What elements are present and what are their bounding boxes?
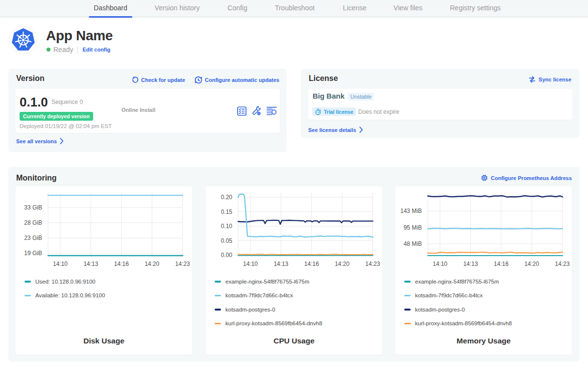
svg-text:0.10: 0.10 (221, 223, 233, 230)
svg-text:14:13: 14:13 (463, 261, 478, 267)
svg-text:0.00: 0.00 (221, 252, 233, 259)
svg-text:14:13: 14:13 (273, 261, 288, 267)
svg-text:14:16: 14:16 (114, 261, 129, 267)
svg-text:14:10: 14:10 (53, 261, 68, 267)
svg-text:0.15: 0.15 (221, 209, 233, 215)
svg-text:14:20: 14:20 (524, 261, 539, 267)
svg-text:14:10: 14:10 (433, 261, 447, 267)
svg-text:19 GiB: 19 GiB (24, 250, 42, 257)
svg-text:14:20: 14:20 (335, 261, 349, 267)
svg-text:28 GiB: 28 GiB (24, 219, 42, 226)
svg-text:14:23: 14:23 (175, 261, 190, 267)
svg-text:48 MiB: 48 MiB (404, 240, 422, 247)
svg-text:14:23: 14:23 (555, 261, 570, 267)
svg-text:0.05: 0.05 (221, 237, 233, 244)
svg-text:14:13: 14:13 (83, 261, 98, 267)
svg-text:14:20: 14:20 (145, 261, 159, 267)
svg-text:95 MiB: 95 MiB (404, 224, 422, 231)
svg-text:33 GiB: 33 GiB (24, 204, 42, 211)
svg-text:23 GiB: 23 GiB (24, 235, 42, 241)
svg-text:14:23: 14:23 (366, 261, 380, 267)
svg-text:14:16: 14:16 (494, 261, 509, 267)
svg-text:14:10: 14:10 (243, 261, 258, 267)
svg-text:14:16: 14:16 (304, 261, 319, 267)
svg-text:143 MiB: 143 MiB (400, 208, 422, 214)
svg-text:0.20: 0.20 (221, 194, 233, 201)
